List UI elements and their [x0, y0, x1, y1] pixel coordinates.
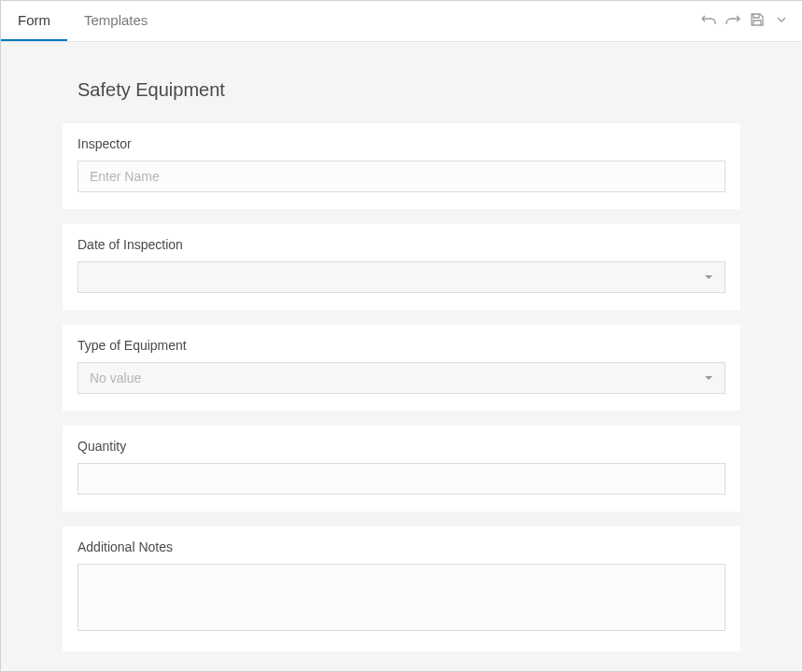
redo-icon: [726, 12, 740, 31]
content-area: Safety Equipment Inspector Date of Inspe…: [1, 42, 802, 671]
page-title: Safety Equipment: [77, 79, 740, 101]
save-button[interactable]: [748, 12, 767, 31]
quantity-input[interactable]: [77, 463, 726, 495]
equipment-type-label: Type of Equipment: [77, 338, 726, 353]
field-card-quantity: Quantity: [63, 426, 740, 511]
undo-icon: [701, 12, 716, 31]
tab-form[interactable]: Form: [1, 1, 67, 41]
inspector-label: Inspector: [77, 136, 726, 151]
inspector-input[interactable]: [77, 161, 726, 192]
save-icon: [750, 12, 765, 31]
field-card-notes: Additional Notes: [63, 526, 740, 651]
notes-textarea[interactable]: [77, 564, 726, 631]
field-card-inspector: Inspector: [63, 123, 740, 209]
field-card-date: Date of Inspection: [63, 224, 740, 310]
save-menu-button[interactable]: [772, 12, 791, 31]
redo-button[interactable]: [724, 12, 742, 31]
tabs: Form Templates: [1, 1, 164, 41]
chevron-down-icon: [774, 12, 789, 31]
caret-down-icon: [704, 270, 713, 285]
quantity-label: Quantity: [77, 439, 726, 454]
equipment-type-select[interactable]: No value: [77, 362, 726, 394]
header-bar: Form Templates: [1, 1, 802, 42]
tab-templates[interactable]: Templates: [67, 1, 164, 41]
tab-templates-label: Templates: [84, 12, 148, 28]
caret-down-icon: [704, 371, 713, 385]
date-select[interactable]: [77, 261, 726, 293]
notes-label: Additional Notes: [77, 539, 726, 554]
tab-form-label: Form: [18, 12, 50, 28]
field-card-equipment-type: Type of Equipment No value: [63, 325, 740, 411]
undo-button[interactable]: [699, 12, 718, 31]
equipment-type-placeholder: No value: [90, 371, 141, 385]
header-actions: [699, 12, 791, 31]
date-label: Date of Inspection: [77, 237, 726, 252]
